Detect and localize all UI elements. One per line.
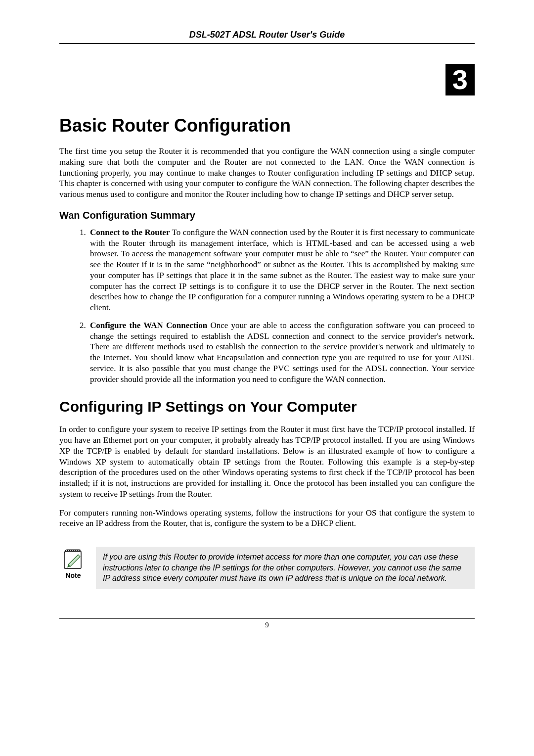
svg-point-6: [77, 550, 78, 552]
svg-point-1: [67, 550, 68, 552]
wan-summary-heading: Wan Configuration Summary: [59, 210, 475, 221]
chapter-title: Basic Router Configuration: [59, 115, 475, 136]
list-item-bold: Connect to the Router: [90, 228, 170, 237]
note-text: If you are using this Router to provide …: [96, 547, 475, 589]
list-item: Connect to the Router To configure the W…: [88, 227, 475, 313]
ip-section-paragraph-2: For computers running non-Windows operat…: [59, 508, 475, 529]
svg-point-7: [79, 550, 80, 552]
list-item: Configure the WAN Connection Once your a…: [88, 320, 475, 385]
document-header: DSL-502T ADSL Router User's Guide: [59, 30, 475, 44]
page-number: 9: [265, 621, 269, 629]
list-item-text: To configure the WAN connection used by …: [90, 228, 475, 312]
list-item-bold: Configure the WAN Connection: [90, 321, 207, 330]
page-footer: 9: [59, 618, 475, 629]
svg-point-5: [75, 550, 76, 552]
note-label: Note: [59, 571, 87, 579]
page: DSL-502T ADSL Router User's Guide 3 Basi…: [0, 0, 534, 649]
chapter-number-badge: 3: [445, 64, 475, 95]
ip-section-heading: Configuring IP Settings on Your Computer: [59, 398, 475, 415]
wan-summary-list: Connect to the Router To configure the W…: [59, 227, 475, 385]
notepad-icon: [61, 547, 85, 570]
note-block: Note If you are using this Router to pro…: [59, 547, 475, 589]
svg-point-2: [69, 550, 70, 552]
svg-point-4: [73, 550, 74, 552]
note-icon-block: Note: [59, 547, 87, 579]
chapter-intro-paragraph: The first time you setup the Router it i…: [59, 146, 475, 200]
svg-point-3: [71, 550, 72, 552]
ip-section-paragraph-1: In order to configure your system to rec…: [59, 424, 475, 499]
